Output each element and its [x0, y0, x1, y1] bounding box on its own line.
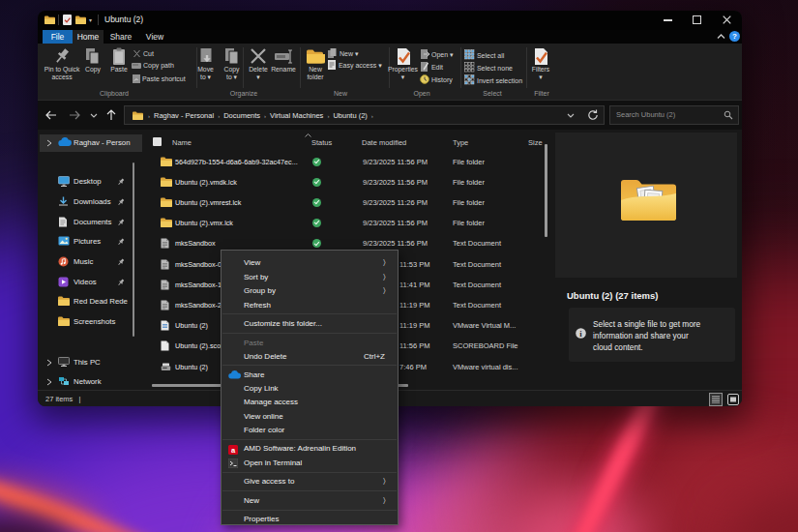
svg-text:?: ?: [732, 32, 737, 41]
